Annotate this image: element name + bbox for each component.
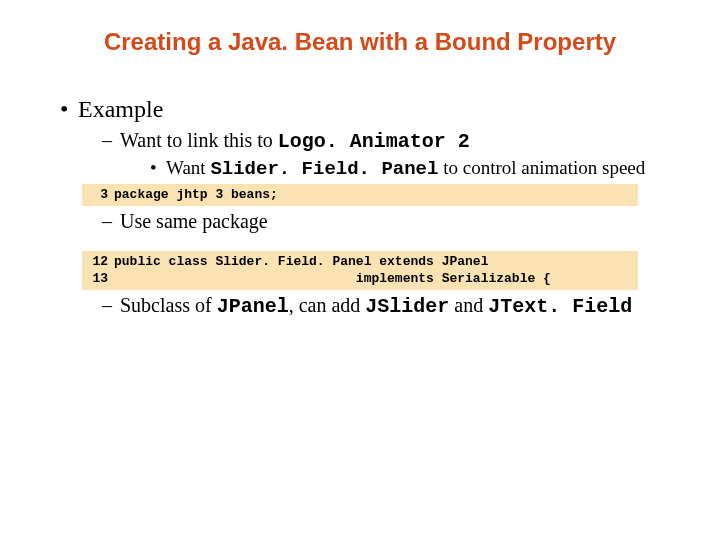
code-text: package jhtp 3 beans;	[114, 187, 278, 202]
text-pre: Subclass of	[120, 294, 217, 316]
code-sliderfieldpanel: Slider. Field. Panel	[210, 158, 438, 180]
text-mid1: , can add	[289, 294, 366, 316]
bullet-dot: •	[150, 157, 166, 179]
text-pre: Want to link this to	[120, 129, 278, 151]
text: Use same package	[120, 210, 268, 232]
line-number: 3	[82, 186, 114, 204]
bullet-subclass-jpanel: –Subclass of JPanel, can add JSlider and…	[102, 294, 690, 318]
code-block-class-decl: 12public class Slider. Field. Panel exte…	[82, 251, 638, 290]
line-number: 12	[82, 253, 114, 271]
bullet-example: •Example	[60, 96, 690, 123]
code-jpanel: JPanel	[217, 295, 289, 318]
bullet-same-package: –Use same package	[102, 210, 690, 233]
line-number: 13	[82, 270, 114, 288]
code-line: 3package jhtp 3 beans;	[82, 186, 638, 204]
bullet-dot: •	[60, 96, 78, 123]
code-line: 12public class Slider. Field. Panel exte…	[82, 253, 638, 271]
bullet-example-text: Example	[78, 96, 163, 122]
code-logoanimator2: Logo. Animator 2	[278, 130, 470, 153]
bullet-sliderfieldpanel: •Want Slider. Field. Panel to control an…	[150, 157, 690, 180]
text-post: to control animation speed	[438, 157, 645, 178]
bullet-dash: –	[102, 129, 120, 152]
bullet-dash: –	[102, 210, 120, 233]
code-jslider: JSlider	[365, 295, 449, 318]
code-block-package: 3package jhtp 3 beans;	[82, 184, 638, 206]
code-jtextfield: JText. Field	[488, 295, 632, 318]
code-line: 13 implements Serializable {	[82, 270, 638, 288]
bullet-dash: –	[102, 294, 120, 317]
slide-title: Creating a Java. Bean with a Bound Prope…	[30, 28, 690, 56]
code-text: public class Slider. Field. Panel extend…	[114, 254, 488, 269]
code-text: implements Serializable {	[114, 271, 551, 286]
text-mid2: and	[449, 294, 488, 316]
bullet-link-logoanimator: –Want to link this to Logo. Animator 2	[102, 129, 690, 153]
text-pre: Want	[166, 157, 210, 178]
